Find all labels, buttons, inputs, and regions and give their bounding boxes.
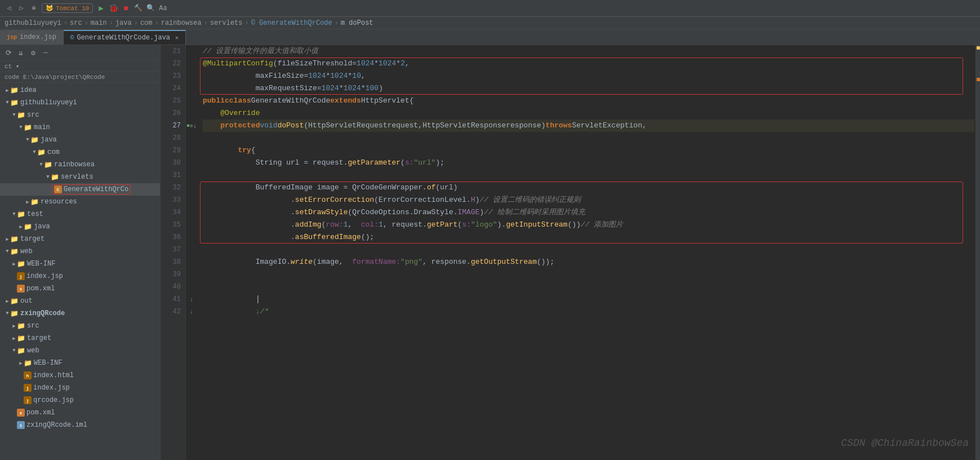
item-label: pom.xml (26, 285, 55, 293)
sidebar-item-main[interactable]: ▼ 📁 main (0, 121, 160, 134)
expand-arrow (18, 385, 24, 391)
sidebar-item-rainbowsea[interactable]: ▼ 📁 rainbowsea (0, 158, 160, 171)
sidebar-item-zxing-webinf[interactable]: ▶ 📁 WEB-INF (0, 357, 160, 369)
gutter-28 (186, 132, 197, 144)
sidebar-item-java[interactable]: ▼ 📁 java (0, 134, 160, 146)
forward-button[interactable]: ▷ (17, 4, 26, 13)
expand-arrow (18, 373, 24, 378)
breadcrumb-rainbowsea: rainbowsea (161, 19, 202, 27)
tomcat-label: Tomcat 10 (56, 5, 89, 12)
tomcat-config[interactable]: 🐱 Tomcat 10 (42, 3, 93, 13)
settings-icon[interactable]: ⚙ (28, 48, 38, 58)
project-path: ct ▾ (0, 61, 160, 72)
gutter-27 (186, 82, 197, 95)
expand-arrow: ▼ (5, 311, 10, 316)
tab-close-button[interactable]: ✕ (175, 34, 179, 41)
sidebar-item-zxing-target[interactable]: ▶ 📁 target (0, 332, 160, 344)
code-line-39 (203, 268, 974, 281)
iml-file-icon: i (17, 421, 25, 429)
item-label: test (27, 210, 43, 218)
back-button[interactable]: ◁ (5, 4, 14, 13)
sidebar-item-idea[interactable]: ▶ 📁 idea (0, 84, 160, 96)
comment-21: // 设置传输文件的最大值和取小值 (203, 45, 318, 58)
gutter-38 (186, 256, 197, 268)
line-num-23: 23 (167, 70, 181, 82)
gutter-27 (186, 107, 197, 120)
csdn-watermark: CSDN @ChinaRainbowSea (841, 437, 969, 449)
sidebar-item-src[interactable]: ▼ 📁 src (0, 109, 160, 121)
search-icon[interactable]: 🔍 (146, 4, 155, 13)
code-line-40 (203, 281, 974, 293)
code-line-21: // 设置传输文件的最大值和取小值 (203, 45, 974, 58)
stop-button[interactable]: ■ (121, 4, 130, 13)
code-content[interactable]: // 设置传输文件的最大值和取小值 @MultipartConfig(fileS… (197, 45, 980, 460)
expand-arrow: ▶ (25, 199, 30, 205)
run-button[interactable]: ▶ (96, 4, 105, 13)
sidebar-item-target[interactable]: ▶ 📁 target (0, 233, 160, 245)
sidebar-item-zxing-pom[interactable]: x pom.xml (0, 406, 160, 419)
sidebar-item-zxingqrcode[interactable]: ▼ 📁 zxingQRcode (0, 307, 160, 320)
gutter-32 (186, 182, 197, 194)
item-label: java (41, 136, 57, 144)
sidebar-item-generatewithqrcode[interactable]: C GenerateWithQrCo (0, 183, 160, 196)
gutter-31 (186, 169, 197, 182)
line-num-35: 35 (167, 219, 181, 231)
gutter-run-27[interactable]: ● ⊕ ↓ (186, 120, 197, 132)
folder-icon: 📁 (37, 148, 46, 157)
gutter-27 (186, 95, 197, 107)
gutter-36 (186, 231, 197, 244)
expand-arrow: ▼ (11, 348, 17, 353)
item-label: WEB-INF (34, 359, 62, 367)
build-icon[interactable]: 🔨 (133, 4, 142, 13)
collapse-icon[interactable]: ⇊ (16, 48, 26, 58)
debug-button[interactable]: 🐞 (109, 4, 118, 13)
sidebar-item-java-test[interactable]: ▶ 📁 java (0, 220, 160, 233)
sidebar-item-githubliuyueyi[interactable]: ▼ 📁 githubliuyueyi (0, 96, 160, 109)
project-full-path: code E:\Java\project\QRcode (0, 72, 160, 83)
expand-arrow: ▶ (11, 323, 17, 329)
item-label: zxingQRcode.iml (26, 421, 87, 429)
gutter-27 (186, 58, 197, 70)
sidebar-item-zxing-src[interactable]: ▶ 📁 src (0, 320, 160, 332)
project-sidebar: ⟳ ⇊ ⚙ — ct ▾ code E:\Java\project\QRcode… (0, 45, 161, 460)
expand-arrow: ▼ (5, 249, 10, 254)
sidebar-item-pom-xml[interactable]: x pom.xml (0, 282, 160, 295)
line-num-36: 36 (167, 231, 181, 244)
expand-arrow: ▶ (18, 224, 24, 229)
sidebar-item-zxing-web[interactable]: ▼ 📁 web (0, 344, 160, 357)
sidebar-item-index-jsp[interactable]: j index.jsp (0, 270, 160, 282)
translate-icon[interactable]: Aa (158, 4, 167, 13)
jsp-file-icon3: j (24, 396, 32, 404)
code-line-34: .setDrawStyle(QrCodeOptions.DrawStyle.IM… (203, 206, 974, 219)
sidebar-item-webinf[interactable]: ▶ 📁 WEB-INF (0, 258, 160, 270)
ct-label: ct ▾ (5, 63, 19, 70)
code-line-23: maxFileSize = 1024 * 1024 * 10, (203, 70, 974, 82)
breadcrumb-class[interactable]: © GenerateWithQrCode (251, 19, 332, 27)
sidebar-item-zxing-index-jsp[interactable]: j index.jsp (0, 382, 160, 394)
selected-file-highlight: C GenerateWithQrCo (52, 184, 131, 194)
sidebar-item-test[interactable]: ▼ 📁 test (0, 208, 160, 220)
expand-arrow: ▶ (5, 236, 10, 242)
breadcrumb-src: src (70, 19, 82, 27)
close-sidebar-icon[interactable]: — (41, 48, 51, 58)
cursor-bar: | (256, 293, 260, 306)
code-line-26: @Override (203, 107, 974, 120)
line-num-34: 34 (167, 206, 181, 219)
tab-generate-java[interactable]: © GenerateWithQrCode.java ✕ (64, 30, 186, 45)
tab-index-jsp[interactable]: jsp index.jsp (0, 30, 64, 45)
folder-icon: 📁 (10, 297, 19, 306)
line-num-39: 39 (167, 268, 181, 281)
sidebar-item-web[interactable]: ▼ 📁 web (0, 245, 160, 258)
code-line-32: BufferedImage image = QrCodeGenWrapper.o… (203, 182, 974, 194)
sidebar-item-resources[interactable]: ▶ 📁 resources (0, 196, 160, 208)
sidebar-item-servlets[interactable]: ▼ 📁 servlets (0, 171, 160, 183)
arrow-down-icon2: ↓ (190, 308, 194, 315)
tabs-bar: jsp index.jsp © GenerateWithQrCode.java … (0, 29, 980, 45)
sidebar-item-index-html[interactable]: h index.html (0, 369, 160, 382)
sidebar-item-com[interactable]: ▼ 📁 com (0, 146, 160, 158)
project-tree: ▶ 📁 idea ▼ 📁 githubliuyueyi ▼ 📁 src (0, 83, 160, 460)
sidebar-item-out[interactable]: ▶ 📁 out (0, 295, 160, 307)
sync-icon[interactable]: ⟳ (3, 48, 14, 58)
sidebar-item-zxing-iml[interactable]: i zxingQRcode.iml (0, 419, 160, 431)
sidebar-item-qrcode-jsp[interactable]: j qrcode.jsp (0, 394, 160, 406)
